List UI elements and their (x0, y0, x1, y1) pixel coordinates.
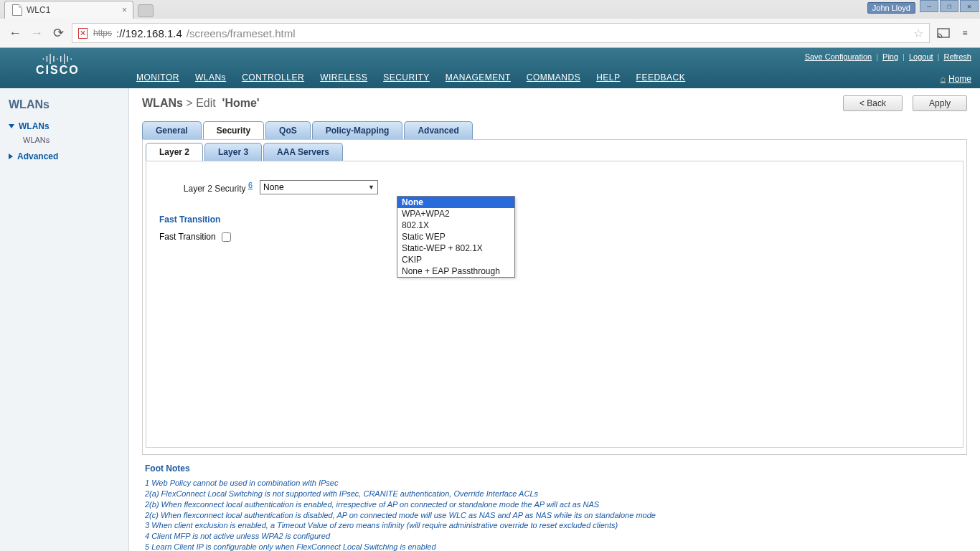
dropdown-option[interactable]: Static WEP (397, 231, 514, 242)
browser-tab[interactable]: WLC1 × (4, 1, 133, 19)
content-area: WLANs > Edit 'Home' < Back Apply General… (129, 88, 980, 551)
tab-qos[interactable]: QoS (265, 121, 311, 139)
url-host: ://192.168.1.4 (116, 27, 182, 39)
footnote-line: 2(a) FlexConnect Local Switching is not … (145, 489, 964, 499)
ping-link[interactable]: Ping (882, 52, 898, 61)
footnotes: Foot Notes 1 Web Policy cannot be used i… (142, 463, 967, 551)
top-tabs: General Security QoS Policy-Mapping Adva… (142, 121, 967, 139)
fast-transition-label: Fast Transition (159, 232, 216, 242)
refresh-link[interactable]: Refresh (943, 52, 971, 61)
top-links: Save Configuration| Ping| Logout| Refres… (805, 52, 971, 61)
tab-panel: Layer 2 Layer 3 AAA Servers Layer 2 Secu… (142, 139, 967, 455)
tab-security[interactable]: Security (203, 121, 264, 139)
nav-feedback[interactable]: FEEDBACK (636, 72, 686, 83)
home-icon: ⌂ (941, 74, 946, 84)
footnotes-title: Foot Notes (145, 463, 964, 474)
minimize-button[interactable]: — (920, 0, 938, 12)
nav-controller[interactable]: CONTROLLER (242, 72, 304, 83)
close-icon[interactable]: × (122, 5, 127, 15)
nav-management[interactable]: MANAGEMENT (446, 72, 511, 83)
nav-monitor[interactable]: MONITOR (136, 72, 179, 83)
url-scheme: https (93, 28, 112, 38)
footnote-line: 4 Client MFP is not active unless WPA2 i… (145, 531, 964, 542)
nav-help[interactable]: HELP (596, 72, 620, 83)
sub-panel: Layer 2 Security 6 None None WPA+WPA2 80… (146, 161, 963, 448)
footnote-line: 5 Learn Client IP is configurable only w… (145, 542, 964, 551)
back-arrow-icon[interactable]: ← (7, 25, 23, 41)
layer2-security-dropdown: None WPA+WPA2 802.1X Static WEP Static-W… (397, 196, 515, 278)
footnote-line: 2(c) When flexconnect local authenticati… (145, 510, 964, 521)
sidebar-item-wlans[interactable]: WLANs (9, 121, 120, 131)
browser-tab-row: WLC1 × John Lloyd — ❐ ✕ (0, 0, 980, 19)
subtab-layer2[interactable]: Layer 2 (146, 143, 203, 161)
cisco-logo: ·ı|ı·ı|ı· CISCO (36, 52, 80, 77)
back-button[interactable]: < Back (843, 95, 903, 111)
maximize-button[interactable]: ❐ (940, 0, 958, 12)
tab-advanced[interactable]: Advanced (404, 121, 472, 139)
chevron-right-icon (9, 154, 13, 159)
nav-commands[interactable]: COMMANDS (527, 72, 580, 83)
footnote-line: 3 When client exclusion is enabled, a Ti… (145, 520, 964, 531)
reload-icon[interactable]: ⟳ (50, 25, 66, 41)
tab-general[interactable]: General (142, 121, 202, 139)
dropdown-option[interactable]: 802.1X (397, 220, 514, 231)
layer2-security-select[interactable]: None (260, 180, 378, 194)
address-row: ← → ⟳ ✕ https ://192.168.1.4/screens/fra… (0, 19, 980, 47)
subtab-layer3[interactable]: Layer 3 (204, 143, 262, 161)
bookmark-icon[interactable]: ☆ (913, 27, 923, 40)
tab-policy-mapping[interactable]: Policy-Mapping (312, 121, 403, 139)
user-badge[interactable]: John Lloyd (867, 2, 915, 14)
dropdown-option[interactable]: None (397, 197, 514, 208)
cast-icon[interactable] (936, 25, 951, 41)
browser-chrome: WLC1 × John Lloyd — ❐ ✕ ← → ⟳ ✕ https :/… (0, 0, 980, 48)
close-window-button[interactable]: ✕ (960, 0, 979, 12)
tab-title: WLC1 (27, 5, 50, 15)
dropdown-option[interactable]: CKIP (397, 254, 514, 265)
window-controls: — ❐ ✕ (920, 0, 979, 12)
breadcrumb: WLANs > Edit 'Home' (142, 97, 260, 110)
sub-tabs: Layer 2 Layer 3 AAA Servers (146, 143, 963, 161)
url-path: /screens/frameset.html (187, 27, 296, 39)
fast-transition-heading: Fast Transition (159, 215, 950, 225)
dropdown-option[interactable]: WPA+WPA2 (397, 208, 514, 220)
subtab-aaa[interactable]: AAA Servers (263, 143, 343, 161)
home-link[interactable]: ⌂Home (941, 74, 971, 84)
new-tab-button[interactable] (138, 4, 154, 17)
sidebar: WLANs WLANs WLANs Advanced (0, 88, 129, 551)
insecure-icon: ✕ (78, 28, 88, 39)
chevron-down-icon (9, 124, 14, 128)
sidebar-title: WLANs (9, 98, 120, 111)
nav-security[interactable]: SECURITY (383, 72, 430, 83)
cisco-header: ·ı|ı·ı|ı· CISCO Save Configuration| Ping… (0, 48, 980, 88)
dropdown-option[interactable]: None + EAP Passthrough (397, 265, 514, 277)
footnote-line: 1 Web Policy cannot be used in combinati… (145, 478, 964, 489)
forward-arrow-icon: → (29, 25, 44, 41)
footnote-link-6[interactable]: 6 (248, 181, 253, 189)
nav-wlans[interactable]: WLANs (195, 72, 226, 83)
footnote-line: 2(b) When flexconnect local authenticati… (145, 499, 964, 510)
sidebar-sub-wlans[interactable]: WLANs (23, 136, 120, 144)
main-nav: MONITOR WLANs CONTROLLER WIRELESS SECURI… (136, 72, 685, 88)
page-icon (12, 4, 22, 16)
page-header: WLANs > Edit 'Home' < Back Apply (142, 95, 967, 111)
sidebar-item-advanced[interactable]: Advanced (9, 151, 120, 161)
address-bar[interactable]: ✕ https ://192.168.1.4/screens/frameset.… (72, 23, 930, 43)
save-config-link[interactable]: Save Configuration (805, 52, 872, 61)
hamburger-icon[interactable]: ≡ (957, 25, 973, 41)
fast-transition-checkbox[interactable] (222, 232, 231, 242)
apply-button[interactable]: Apply (913, 95, 967, 111)
logout-link[interactable]: Logout (909, 52, 933, 61)
layer2-security-label: Layer 2 Security 6 (159, 181, 253, 194)
dropdown-option[interactable]: Static-WEP + 802.1X (397, 242, 514, 254)
nav-wireless[interactable]: WIRELESS (320, 72, 367, 83)
